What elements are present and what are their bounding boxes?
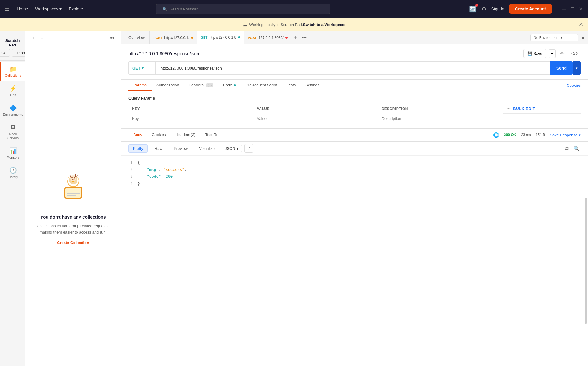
- col-desc-header: DESCRIPTION: [378, 104, 503, 114]
- sidebar-item-environments[interactable]: 🔷 Environments: [0, 101, 25, 120]
- save-label: Save: [533, 51, 542, 56]
- code-button[interactable]: </>: [569, 50, 581, 58]
- send-button[interactable]: Send: [550, 61, 573, 75]
- sidebar-item-apis[interactable]: ⚡ APIs: [0, 81, 25, 101]
- collections-more-button[interactable]: •••: [107, 35, 116, 41]
- svg-rect-5: [65, 188, 81, 198]
- visualize-button[interactable]: Visualize: [194, 144, 219, 153]
- response-tab-cookies[interactable]: Cookies: [147, 128, 171, 141]
- sidebar-item-collections[interactable]: 📁 Collections: [0, 62, 25, 81]
- environments-icon: 🔷: [9, 104, 17, 112]
- tab-headers[interactable]: Headers (8): [184, 80, 218, 91]
- response-tab-headers[interactable]: Headers (3): [171, 128, 201, 141]
- empty-desc: Collections let you group related reques…: [32, 223, 114, 236]
- sidebar-item-monitors[interactable]: 📊 Monitors: [0, 144, 25, 163]
- raw-button[interactable]: Raw: [150, 144, 167, 153]
- scratch-pad-title: Scratch Pad: [2, 38, 23, 47]
- workspaces-menu[interactable]: Workspaces ▾: [35, 7, 62, 11]
- edit-icon-button[interactable]: ✏: [558, 49, 567, 58]
- workspaces-chevron: ▾: [59, 7, 62, 11]
- scrollbar[interactable]: [585, 198, 587, 324]
- create-collection-link[interactable]: Create Collection: [57, 240, 89, 245]
- tab-tests[interactable]: Tests: [282, 80, 300, 91]
- sidebar-item-mock-servers[interactable]: 🖥 Mock Servers: [0, 121, 25, 144]
- notif-link[interactable]: Switch to a Workspace: [303, 22, 345, 27]
- tab-post-1[interactable]: POST http://127.0.0.1:: [150, 31, 197, 44]
- desc-input[interactable]: [382, 116, 499, 121]
- json-label: JSON: [225, 146, 235, 151]
- tab-settings[interactable]: Settings: [300, 80, 324, 91]
- tab-post-2[interactable]: POST 127.0.0.1:8080/: [244, 31, 291, 44]
- request-input-bar: GET ▾ Send ▾: [128, 61, 581, 75]
- response-time: 23 ms: [521, 133, 531, 137]
- notification-bar: ☁ Working locally in Scratch Pad. Switch…: [0, 18, 588, 31]
- key-input[interactable]: [132, 116, 250, 121]
- add-collection-button[interactable]: +: [30, 35, 36, 41]
- pretty-button[interactable]: Pretty: [128, 144, 148, 153]
- filter-button[interactable]: ≡: [39, 35, 45, 41]
- bulk-edit-button[interactable]: Bulk Edit: [513, 106, 535, 111]
- json-format-select[interactable]: JSON ▾: [222, 145, 242, 152]
- search-bar[interactable]: 🔍 Search Postman: [156, 4, 330, 14]
- response-tab-body[interactable]: Body: [128, 128, 147, 141]
- save-response-button[interactable]: Save Response ▾: [550, 133, 581, 137]
- request-tabs: Params Authorization Headers (8) Body Pr…: [121, 80, 588, 91]
- response-area: Body Cookies Headers (3) Test Results 🌐 …: [121, 128, 588, 366]
- method-label: GET: [132, 66, 140, 70]
- params-more-icon[interactable]: •••: [506, 107, 511, 111]
- tab-get-1[interactable]: GET http://127.0.0.1:8: [197, 31, 244, 44]
- cookies-link[interactable]: Cookies: [567, 83, 581, 88]
- settings-button[interactable]: ⚙: [481, 6, 486, 12]
- close-button[interactable]: ✕: [578, 7, 583, 11]
- home-link[interactable]: Home: [17, 7, 28, 11]
- collections-panel: + ≡ •••: [25, 31, 121, 366]
- mock-servers-icon: 🖥: [10, 124, 16, 131]
- body-dot: [234, 84, 236, 86]
- method-select[interactable]: GET ▾: [128, 61, 155, 75]
- response-tabs: Body Cookies Headers (3) Test Results 🌐 …: [121, 129, 588, 142]
- maximize-button[interactable]: □: [570, 7, 575, 11]
- wrap-button[interactable]: ⇌: [244, 144, 253, 153]
- copy-button[interactable]: ⧉: [564, 144, 570, 153]
- send-dropdown-button[interactable]: ▾: [573, 61, 581, 75]
- tab-overview[interactable]: Overview: [124, 31, 150, 44]
- tabs-more-button[interactable]: •••: [299, 35, 309, 40]
- collections-label: Collections: [5, 74, 21, 78]
- explore-link[interactable]: Explore: [69, 7, 83, 11]
- sidebar-item-history[interactable]: 🕐 History: [0, 163, 25, 183]
- env-label: No Environment: [534, 36, 559, 40]
- search-response-button[interactable]: 🔍: [572, 144, 581, 153]
- sync-button[interactable]: 🔄: [469, 5, 477, 13]
- response-status: 200 OK: [504, 133, 516, 137]
- notif-close-button[interactable]: ✕: [579, 21, 583, 28]
- line-numbers: 1 2 3 4: [128, 159, 137, 363]
- new-tab-button[interactable]: +: [291, 34, 300, 41]
- env-eye-button[interactable]: 👁: [581, 35, 586, 40]
- collections-icon: 📁: [9, 65, 17, 73]
- save-button[interactable]: 💾 Save: [523, 49, 546, 58]
- globe-icon: 🌐: [493, 132, 499, 138]
- tab-authorization[interactable]: Authorization: [152, 80, 184, 91]
- signin-button[interactable]: Sign In: [491, 7, 504, 11]
- tab2-url: http://127.0.0.1:8: [209, 35, 236, 40]
- query-params-section: Query Params KEY VALUE DESCRIPTION ••• B…: [121, 91, 588, 128]
- preview-button[interactable]: Preview: [169, 144, 192, 153]
- tab-pre-request[interactable]: Pre-request Script: [241, 80, 282, 91]
- col-value-header: VALUE: [253, 104, 378, 114]
- url-input[interactable]: [155, 61, 550, 75]
- save-dropdown-button[interactable]: ▾: [549, 49, 556, 58]
- env-select-button[interactable]: No Environment ▾: [530, 34, 578, 41]
- tab-params[interactable]: Params: [128, 80, 152, 91]
- apis-icon: ⚡: [9, 85, 17, 92]
- minimize-button[interactable]: —: [562, 7, 566, 11]
- menu-icon[interactable]: ☰: [5, 6, 10, 12]
- value-input[interactable]: [257, 116, 375, 121]
- create-account-button[interactable]: Create Account: [509, 4, 552, 14]
- apis-label: APIs: [9, 93, 16, 97]
- search-placeholder: Search Postman: [170, 7, 198, 11]
- new-button[interactable]: New: [0, 49, 10, 57]
- response-tab-test-results[interactable]: Test Results: [201, 128, 231, 141]
- request-area: http://127.0.0.1:8080/response/json 💾 Sa…: [121, 44, 588, 80]
- tab-body[interactable]: Body: [218, 80, 241, 91]
- code-content[interactable]: { "msg": "success", "code": 200 }: [137, 159, 581, 363]
